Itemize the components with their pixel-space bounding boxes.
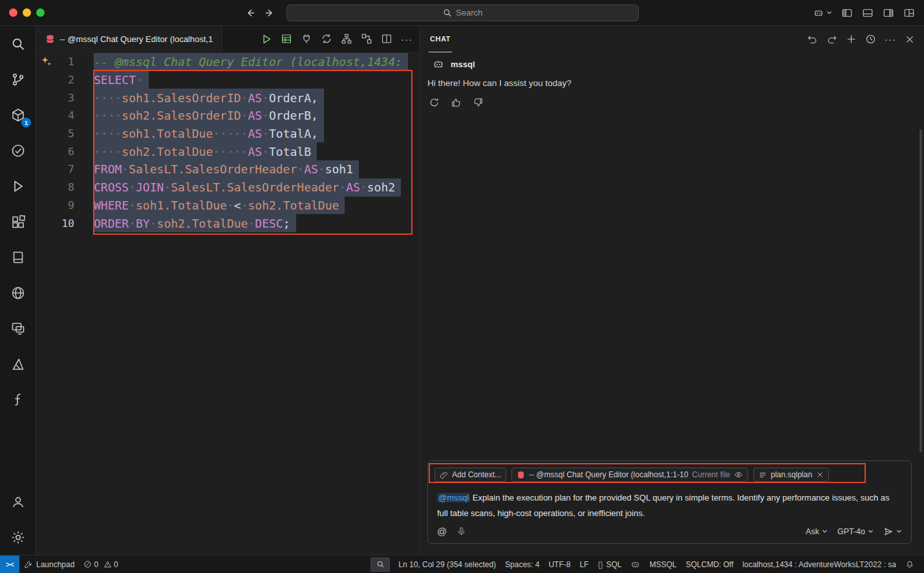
code-text-selected: FROM·SalesLT.SalesOrderHeader·AS·soh1 xyxy=(94,160,359,178)
sqlcmd-status-item[interactable]: SQLCMD: Off xyxy=(682,556,738,573)
close-panel-icon[interactable] xyxy=(905,34,915,45)
editor-tab[interactable]: -- @mssql Chat Query Editor (localhost,1 xyxy=(36,26,222,52)
plan-file-chip[interactable]: plan.sqlplan xyxy=(753,468,829,482)
send-button[interactable] xyxy=(883,526,902,537)
source-control-view-button[interactable] xyxy=(0,61,36,97)
chat-tab[interactable]: CHAT xyxy=(429,26,452,52)
code-text-selected: ····soh2.SalesOrderID·AS·OrderB, xyxy=(94,107,324,125)
microphone-icon[interactable] xyxy=(457,526,466,536)
add-context-label: Add Context... xyxy=(452,470,501,479)
scrollbar[interactable] xyxy=(919,129,922,453)
remove-chip-icon[interactable] xyxy=(816,471,824,479)
toggle-panel-button[interactable] xyxy=(862,7,874,19)
new-chat-icon[interactable] xyxy=(846,34,857,45)
thumbs-down-icon[interactable] xyxy=(473,97,484,108)
chat-messages: mssql Hi there! How can I assist you tod… xyxy=(420,52,924,460)
model-dropdown[interactable]: GPT-4o xyxy=(837,527,874,536)
eol-status-item[interactable]: LF xyxy=(575,556,593,573)
close-window-button[interactable] xyxy=(9,8,17,17)
azure-view-button[interactable] xyxy=(0,346,36,382)
split-editor-button[interactable] xyxy=(378,30,395,47)
toggle-primary-sidebar-button[interactable] xyxy=(841,7,853,19)
code-line[interactable]: 2SELECT· xyxy=(36,71,419,89)
notifications-button[interactable] xyxy=(901,556,919,573)
eye-icon[interactable] xyxy=(734,470,743,479)
remote-indicator[interactable]: >< xyxy=(0,556,19,573)
chevron-down-icon xyxy=(868,528,874,534)
chat-panel: CHAT ··· mssql Hi there! How ca xyxy=(419,26,924,555)
undo-icon[interactable] xyxy=(807,34,818,45)
customize-layout-button[interactable] xyxy=(903,7,915,19)
chevron-down-icon xyxy=(826,10,832,16)
code-line[interactable]: 7FROM·SalesLT.SalesOrderHeader·AS·soh1 xyxy=(36,160,419,178)
globe-icon xyxy=(10,285,26,301)
more-actions-icon[interactable]: ··· xyxy=(885,34,896,45)
code-line[interactable]: 6····soh2.TotalDue·····AS·TotalB xyxy=(36,142,419,160)
mention-icon[interactable]: @ xyxy=(437,526,447,537)
launchpad-status-item[interactable]: Launchpad xyxy=(19,556,79,573)
disconnect-button[interactable] xyxy=(298,30,315,47)
cursor-position-status-item[interactable]: Ln 10, Col 29 (354 selected) xyxy=(394,556,500,573)
settings-button[interactable] xyxy=(0,519,36,555)
code-line[interactable]: 3····soh1.SalesOrderID·AS·OrderA, xyxy=(36,89,419,107)
indentation-status-item[interactable]: Spaces: 4 xyxy=(500,556,544,573)
editor-group: -- @mssql Chat Query Editor (localhost,1 xyxy=(36,26,419,555)
redo-icon[interactable] xyxy=(826,34,837,45)
web-view-button[interactable] xyxy=(0,275,36,310)
encoding-status-item[interactable]: UTF-8 xyxy=(544,556,575,573)
copilot-menu-button[interactable] xyxy=(813,7,832,19)
query-plan-button[interactable] xyxy=(358,30,375,47)
chat-input-container[interactable]: Add Context... -- @mssql Chat Query Edit… xyxy=(427,460,912,544)
run-query-button[interactable] xyxy=(258,30,275,47)
mssql-status-item[interactable]: MSSQL xyxy=(645,556,681,573)
language-status-item[interactable]: {} SQL xyxy=(593,556,626,573)
navigate-back-button[interactable] xyxy=(245,8,255,18)
command-center-search[interactable]: Search xyxy=(286,5,639,21)
search-view-button[interactable] xyxy=(0,26,36,61)
docs-view-button[interactable] xyxy=(0,239,36,275)
extensions-view-button[interactable] xyxy=(0,204,36,239)
regenerate-icon[interactable] xyxy=(429,97,440,108)
minimize-window-button[interactable] xyxy=(23,8,31,17)
code-line[interactable]: 8CROSS·JOIN·SalesLT.SalesOrderHeader·AS·… xyxy=(36,178,419,197)
language-label: SQL xyxy=(606,560,621,569)
book-icon xyxy=(10,250,26,265)
code-text-selected: CROSS·JOIN·SalesLT.SalesOrderHeader·AS·s… xyxy=(94,178,401,197)
chat-history-icon[interactable] xyxy=(865,34,876,45)
code-line[interactable]: 5····soh1.TotalDue·····AS·TotalA, xyxy=(36,125,419,143)
mode-dropdown[interactable]: Ask xyxy=(806,527,828,536)
tasks-view-button[interactable] xyxy=(0,133,36,168)
launchpad-icon xyxy=(24,560,33,569)
code-editor[interactable]: 1-- @mssql Chat Query Editor (localhost,… xyxy=(36,52,419,555)
launchpad-label: Launchpad xyxy=(36,560,74,569)
problems-status-item[interactable]: 0 0 xyxy=(79,556,122,573)
code-text-selected: ····soh1.SalesOrderID·AS·OrderA, xyxy=(94,89,324,107)
copilot-status-item[interactable] xyxy=(626,556,645,573)
copilot-sparkle-icon[interactable] xyxy=(41,56,52,70)
chat-input-text[interactable]: @mssql Explain the execution plan for th… xyxy=(437,490,890,521)
run-debug-view-button[interactable] xyxy=(0,168,36,204)
remote-explorer-view-button[interactable] xyxy=(0,310,36,346)
fabric-view-button[interactable] xyxy=(0,382,36,417)
add-context-chip[interactable]: Add Context... xyxy=(435,468,506,482)
code-line[interactable]: 4····soh2.SalesOrderID·AS·OrderB, xyxy=(36,107,419,125)
connection-status-item[interactable]: localhost,1434 : AdventureWorksLT2022 : … xyxy=(738,556,901,573)
more-actions-button[interactable]: ··· xyxy=(398,30,415,47)
agent-name: mssql xyxy=(451,59,475,69)
magnifier-status-item[interactable] xyxy=(371,557,390,572)
file-context-chip[interactable]: -- @mssql Chat Query Editor (localhost,1… xyxy=(511,468,748,482)
maximize-window-button[interactable] xyxy=(36,8,45,17)
toggle-secondary-sidebar-button[interactable] xyxy=(883,7,894,19)
copilot-icon xyxy=(630,559,640,569)
accounts-button[interactable] xyxy=(0,484,36,519)
code-text-selected: WHERE·soh1.TotalDue·<·soh2.TotalDue xyxy=(94,197,345,215)
code-line[interactable]: 10ORDER·BY·soh2.TotalDue·DESC; xyxy=(36,214,419,232)
query-hierarchy-button[interactable] xyxy=(338,30,355,47)
code-line[interactable]: 1-- @mssql Chat Query Editor (localhost,… xyxy=(36,53,419,71)
thumbs-up-icon[interactable] xyxy=(451,97,462,108)
navigate-forward-button[interactable] xyxy=(264,8,275,18)
package-view-button[interactable]: 1 xyxy=(0,97,36,133)
change-connection-button[interactable] xyxy=(318,30,335,47)
estimated-plan-button[interactable] xyxy=(278,30,295,47)
code-line[interactable]: 9WHERE·soh1.TotalDue·<·soh2.TotalDue xyxy=(36,197,419,215)
